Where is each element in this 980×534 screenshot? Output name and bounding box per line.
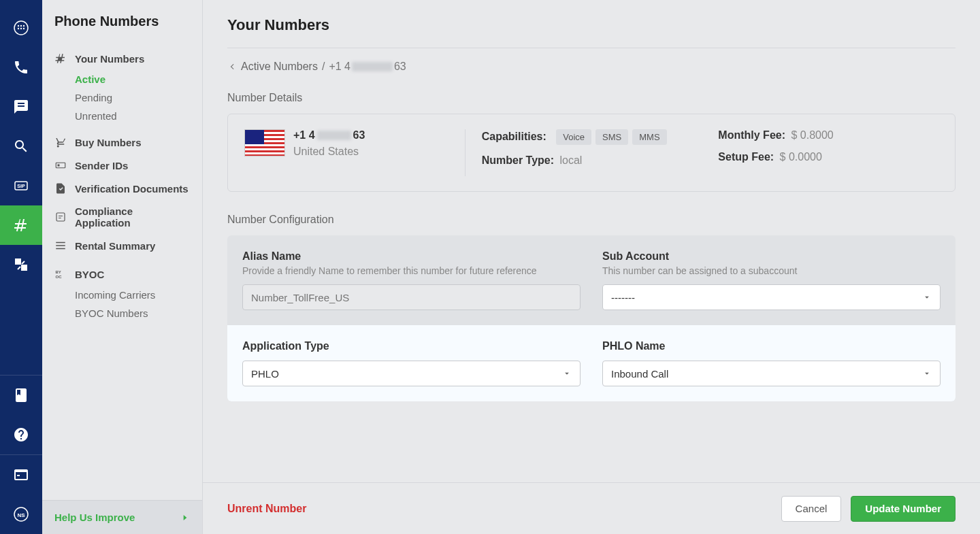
alias-input[interactable] — [242, 284, 581, 310]
chevron-down-icon — [562, 369, 572, 378]
masked-digits — [317, 131, 351, 140]
compliance-icon — [54, 211, 67, 223]
rail-voice-icon[interactable] — [0, 48, 42, 87]
chip-mms: MMS — [632, 129, 666, 145]
nav-your-numbers[interactable]: Your Numbers — [42, 47, 202, 70]
nav-compliance-label: Compliance Application — [75, 205, 190, 229]
svg-point-6 — [23, 28, 24, 29]
nav-pending[interactable]: Pending — [42, 88, 202, 107]
nav-verification[interactable]: Verification Documents — [42, 177, 202, 200]
secondary-title: Phone Numbers — [42, 14, 202, 41]
svg-point-1 — [18, 25, 19, 27]
chip-voice: Voice — [556, 129, 591, 145]
number-type-label: Number Type: — [482, 154, 554, 166]
chevron-right-icon — [180, 513, 190, 522]
nav-unrented[interactable]: Unrented — [42, 107, 202, 125]
nav-byoc[interactable]: BYOC BYOC — [42, 263, 202, 286]
rail-billing-icon[interactable] — [0, 455, 42, 495]
subaccount-hint: This number can be assigned to a subacco… — [602, 265, 941, 276]
breadcrumb-sep: / — [322, 61, 325, 73]
update-number-button[interactable]: Update Number — [851, 496, 956, 522]
country-label: United States — [293, 146, 365, 158]
masked-digits — [352, 62, 393, 71]
setup-fee-label: Setup Fee: — [718, 151, 774, 163]
subaccount-label: Sub Account — [602, 250, 941, 263]
chip-sms: SMS — [595, 129, 628, 145]
svg-point-2 — [20, 25, 22, 27]
svg-rect-12 — [58, 165, 60, 167]
rail-help-icon[interactable] — [0, 415, 42, 454]
breadcrumb-parent[interactable]: Active Numbers — [241, 61, 318, 73]
subaccount-select[interactable]: ------- — [602, 284, 941, 310]
nav-your-numbers-label: Your Numbers — [75, 53, 144, 65]
setup-fee-value: $ 0.0000 — [780, 151, 822, 163]
rail-numbers-icon[interactable] — [0, 205, 42, 245]
nav-buy-numbers[interactable]: Buy Numbers — [42, 131, 202, 154]
hash-icon — [54, 52, 67, 65]
rail-dashboard-icon[interactable] — [0, 8, 42, 48]
nav-sender-ids[interactable]: Sender IDs — [42, 154, 202, 177]
svg-text:NS: NS — [17, 512, 25, 518]
subaccount-value: ------- — [611, 292, 635, 303]
chevron-left-icon[interactable] — [227, 62, 237, 71]
svg-text:OC: OC — [56, 275, 63, 279]
monthly-fee-value: $ 0.8000 — [791, 129, 833, 141]
phloname-label: PHLO Name — [602, 340, 941, 352]
main-content: Your Numbers Active Numbers / +1 4 63 Nu… — [203, 0, 980, 534]
unrent-number-link[interactable]: Unrent Number — [227, 503, 306, 515]
nav-byoc-numbers[interactable]: BYOC Numbers — [42, 304, 202, 322]
nav-incoming-carriers[interactable]: Incoming Carriers — [42, 286, 202, 304]
details-card: +1 4 63 United States Capabilities: Voic… — [227, 114, 956, 192]
phone-number: +1 4 63 — [293, 129, 365, 141]
svg-rect-13 — [56, 213, 65, 221]
alias-hint: Provide a friendly Name to remember this… — [242, 265, 581, 276]
phloname-select[interactable]: Inbound Call — [602, 361, 941, 386]
help-us-improve-label: Help Us Improve — [54, 512, 135, 523]
secondary-nav: Phone Numbers Your Numbers Active Pendin… — [42, 0, 203, 534]
page-title: Your Numbers — [227, 16, 956, 48]
apptype-value: PHLO — [251, 368, 279, 380]
svg-point-4 — [18, 28, 19, 29]
config-heading: Number Configuration — [227, 214, 956, 226]
footer-bar: Unrent Number Cancel Update Number — [203, 482, 980, 534]
chevron-down-icon — [922, 369, 932, 378]
icon-rail: SIP NS — [0, 0, 42, 534]
phloname-value: Inbound Call — [611, 368, 668, 380]
nav-active[interactable]: Active — [42, 70, 202, 88]
chevron-down-icon — [922, 293, 932, 302]
id-icon — [54, 159, 67, 171]
nav-verification-label: Verification Documents — [75, 183, 189, 195]
config-card: Alias Name Provide a friendly Name to re… — [227, 235, 956, 401]
list-icon — [54, 239, 67, 252]
breadcrumb: Active Numbers / +1 4 63 — [227, 61, 956, 73]
cart-icon — [54, 136, 67, 148]
details-heading: Number Details — [227, 92, 956, 104]
number-type-value: local — [560, 154, 583, 166]
nav-compliance[interactable]: Compliance Application — [42, 200, 202, 234]
rail-search-icon[interactable] — [0, 127, 42, 166]
breadcrumb-phone: +1 4 63 — [329, 61, 406, 73]
rail-sip-icon[interactable]: SIP — [0, 166, 42, 205]
alias-input-field[interactable] — [251, 292, 572, 303]
nav-rental[interactable]: Rental Summary — [42, 234, 202, 257]
help-us-improve[interactable]: Help Us Improve — [42, 500, 202, 534]
doc-check-icon — [54, 182, 67, 195]
svg-point-5 — [20, 28, 22, 29]
nav-rental-label: Rental Summary — [75, 240, 155, 252]
rail-account-icon[interactable]: NS — [0, 495, 42, 534]
svg-text:SIP: SIP — [17, 184, 25, 188]
capabilities-chips: Voice SMS MMS — [556, 129, 666, 145]
rail-messaging-icon[interactable] — [0, 87, 42, 127]
svg-rect-11 — [56, 163, 65, 168]
cancel-button[interactable]: Cancel — [781, 496, 842, 522]
apptype-select[interactable]: PHLO — [242, 361, 581, 386]
rail-connect-icon[interactable] — [0, 245, 42, 284]
svg-point-3 — [23, 25, 24, 27]
byoc-icon: BYOC — [54, 268, 67, 280]
monthly-fee-label: Monthly Fee: — [718, 129, 785, 141]
alias-label: Alias Name — [242, 250, 581, 263]
svg-text:BY: BY — [56, 270, 61, 274]
us-flag-icon — [244, 129, 285, 156]
rail-docs-icon[interactable] — [0, 376, 42, 415]
nav-buy-numbers-label: Buy Numbers — [75, 137, 142, 148]
